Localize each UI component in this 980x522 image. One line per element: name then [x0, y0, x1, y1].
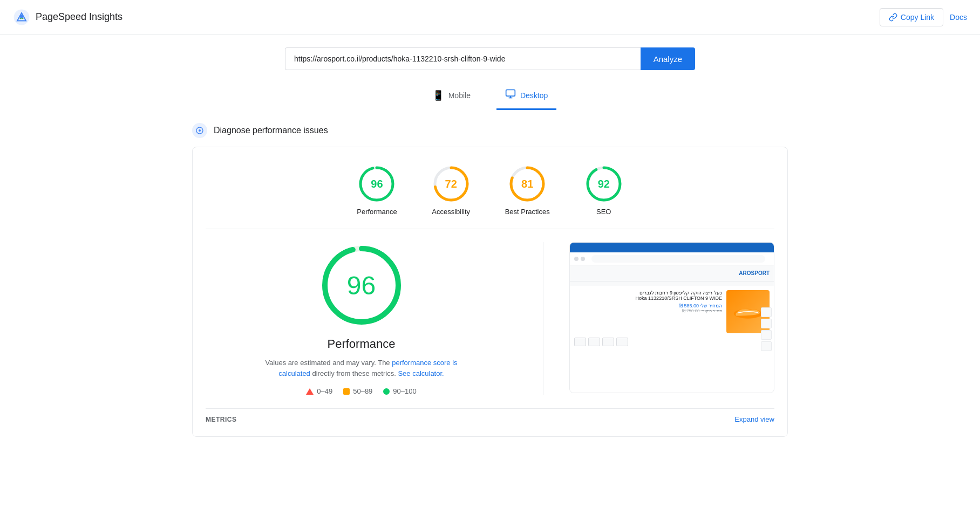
best-practices-label: Best Practices	[505, 208, 550, 216]
seo-label: SEO	[596, 208, 611, 216]
best-practices-score: 81	[521, 178, 533, 190]
fail-icon	[306, 388, 314, 395]
desktop-icon	[505, 88, 516, 102]
thumb-1	[761, 307, 772, 317]
performance-title: Performance	[328, 337, 396, 351]
accessibility-label: Accessibility	[432, 208, 470, 216]
expand-view-button[interactable]: Expand view	[734, 415, 774, 423]
seo-circle: 92	[584, 164, 623, 203]
size-option	[602, 338, 614, 346]
shoe-svg	[732, 301, 764, 322]
score-divider	[206, 229, 774, 229]
legend-item-fail: 0–49	[306, 387, 332, 395]
size-option	[616, 338, 628, 346]
section-icon	[192, 123, 207, 138]
thumb-2	[761, 319, 772, 328]
large-performance-circle: 96	[318, 242, 405, 328]
product-title: נעל ריצה הוקה קליפטון 9 רחבות לגבריםHoka…	[574, 290, 722, 301]
browser-address-bar	[591, 255, 765, 263]
performance-score: 96	[371, 178, 383, 190]
link-icon	[889, 13, 897, 22]
product-info: נעל ריצה הוקה קליפטון 9 רחבות לגבריםHoka…	[574, 290, 722, 333]
performance-left: 96 Performance Values are estimated and …	[206, 242, 517, 395]
svg-point-1	[20, 15, 23, 18]
product-sale-price: ₪ 585.00 המחיר שלי	[574, 303, 722, 308]
header-right: Copy Link Docs	[880, 8, 967, 26]
mobile-icon: 📱	[432, 90, 444, 101]
metrics-footer: METRICS Expand view	[206, 408, 774, 423]
gauge-icon	[195, 126, 204, 135]
browser-bar	[570, 252, 774, 265]
site-nav: AROSPORT	[570, 265, 774, 281]
good-icon	[383, 388, 390, 395]
mode-tabs: 📱 Mobile Desktop	[0, 79, 980, 110]
site-logo: AROSPORT	[739, 270, 770, 276]
large-performance-score: 96	[347, 271, 376, 300]
tab-mobile[interactable]: 📱 Mobile	[424, 83, 479, 110]
svg-point-6	[199, 129, 201, 132]
screenshot-product-area: נעל ריצה הוקה קליפטון 9 רחבות לגבריםHoka…	[570, 286, 774, 393]
performance-detail: 96 Performance Values are estimated and …	[206, 242, 774, 395]
score-item-best-practices: 81 Best Practices	[505, 164, 550, 216]
average-icon	[343, 388, 350, 395]
tab-desktop[interactable]: Desktop	[496, 83, 556, 110]
score-item-performance: 96 Performance	[357, 164, 397, 216]
seo-score: 92	[598, 178, 610, 190]
tab-desktop-label: Desktop	[520, 91, 548, 100]
product-thumbnails	[761, 307, 772, 351]
pagespeed-logo-icon	[13, 9, 30, 26]
url-section: Analyze	[0, 35, 980, 79]
product-area: נעל ריצה הוקה קליפטון 9 רחבות לגבריםHoka…	[574, 290, 770, 333]
copy-link-button[interactable]: Copy Link	[880, 8, 943, 26]
product-original-price: ₪ 750.00 מחיר מקורי	[574, 308, 722, 313]
good-range: 90–100	[393, 387, 416, 395]
score-item-accessibility: 72 Accessibility	[432, 164, 471, 216]
copy-link-label: Copy Link	[901, 13, 934, 22]
header-left: PageSpeed Insights	[13, 9, 122, 26]
best-practices-circle: 81	[508, 164, 547, 203]
score-legend: 0–49 50–89 90–100	[306, 387, 416, 395]
score-circles-row: 96 Performance 72 Accessibility	[206, 164, 774, 216]
docs-link[interactable]: Docs	[950, 13, 967, 22]
screenshot-preview: AROSPORT נעל ריצה הוקה קליפטון 9 רחבות ל…	[569, 242, 774, 393]
performance-description: Values are estimated and may vary. The p…	[264, 358, 459, 379]
svg-rect-2	[506, 90, 515, 97]
screenshot-preview-container: AROSPORT נעל ריצה הוקה קליפטון 9 רחבות ל…	[569, 242, 774, 393]
see-calculator-link[interactable]: See calculator.	[398, 369, 444, 377]
legend-item-average: 50–89	[343, 387, 372, 395]
app-title: PageSpeed Insights	[36, 11, 122, 23]
accessibility-score: 72	[445, 178, 457, 190]
vertical-divider	[543, 242, 543, 395]
fail-range: 0–49	[317, 387, 332, 395]
tab-mobile-label: Mobile	[448, 91, 471, 100]
average-range: 50–89	[353, 387, 372, 395]
url-input[interactable]	[285, 47, 641, 70]
performance-label: Performance	[357, 208, 397, 216]
size-options	[574, 338, 770, 346]
header: PageSpeed Insights Copy Link Docs	[0, 0, 980, 35]
thumb-4	[761, 341, 772, 351]
score-item-seo: 92 SEO	[584, 164, 623, 216]
main-content: Diagnose performance issues 96 Performan…	[166, 110, 814, 450]
performance-circle: 96	[357, 164, 396, 203]
browser-dot-2	[581, 257, 585, 261]
legend-item-good: 90–100	[383, 387, 416, 395]
thumb-3	[761, 330, 772, 340]
browser-dot-1	[574, 257, 579, 261]
score-card: 96 Performance 72 Accessibility	[192, 147, 788, 437]
section-header: Diagnose performance issues	[192, 123, 788, 138]
analyze-button[interactable]: Analyze	[641, 47, 695, 70]
metrics-label: METRICS	[206, 416, 237, 423]
promo-bar	[570, 243, 774, 252]
section-title: Diagnose performance issues	[214, 126, 328, 135]
accessibility-circle: 72	[432, 164, 471, 203]
size-option	[574, 338, 586, 346]
size-option	[588, 338, 600, 346]
url-bar: Analyze	[285, 47, 695, 70]
